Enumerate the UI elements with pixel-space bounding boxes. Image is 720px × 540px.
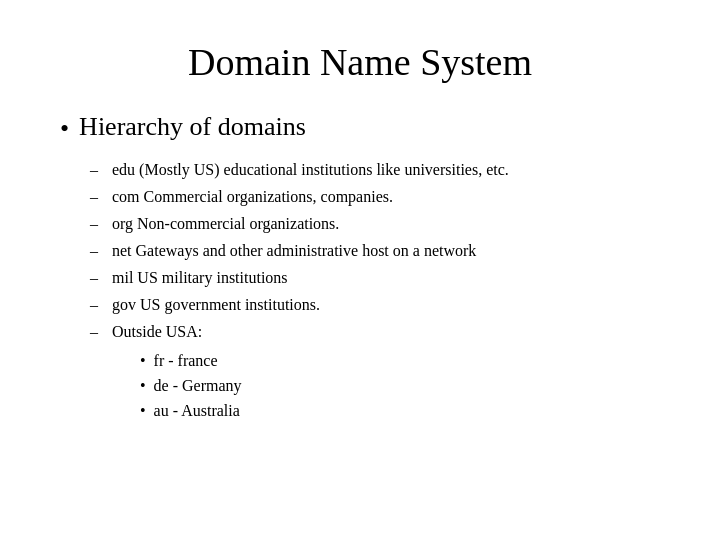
bullet-section: • Hierarchy of domains – edu (Mostly US)…: [60, 112, 660, 423]
sub-item-text: edu (Mostly US) educational institutions…: [112, 158, 509, 182]
bullet-dot: •: [60, 112, 69, 146]
sub-items-list: – edu (Mostly US) educational institutio…: [90, 158, 660, 423]
sub-sub-item-text: au - Australia: [154, 399, 240, 423]
list-item: • fr - france: [140, 349, 660, 373]
dash-icon: –: [90, 158, 102, 182]
sub-item-text: gov US government institutions.: [112, 293, 320, 317]
list-item: – Outside USA:: [90, 320, 660, 344]
main-bullet: • Hierarchy of domains: [60, 112, 660, 146]
dash-icon: –: [90, 212, 102, 236]
list-item: – org Non-commercial organizations.: [90, 212, 660, 236]
sub-item-text: com Commercial organizations, companies.: [112, 185, 393, 209]
sub-item-text: org Non-commercial organizations.: [112, 212, 339, 236]
dash-icon: –: [90, 239, 102, 263]
dash-icon: –: [90, 293, 102, 317]
bullet-small-icon: •: [140, 399, 146, 423]
sub-sub-item-text: de - Germany: [154, 374, 242, 398]
dash-icon: –: [90, 320, 102, 344]
list-item: – net Gateways and other administrative …: [90, 239, 660, 263]
list-item: • de - Germany: [140, 374, 660, 398]
list-item: – gov US government institutions.: [90, 293, 660, 317]
sub-item-text: mil US military institutions: [112, 266, 288, 290]
sub-item-text: Outside USA:: [112, 320, 202, 344]
sub-sub-item-text: fr - france: [154, 349, 218, 373]
list-item: – mil US military institutions: [90, 266, 660, 290]
slide-title: Domain Name System: [60, 40, 660, 84]
dash-icon: –: [90, 185, 102, 209]
list-item: – com Commercial organizations, companie…: [90, 185, 660, 209]
sub-sub-items-list: • fr - france • de - Germany • au - Aust…: [140, 349, 660, 423]
main-bullet-text: Hierarchy of domains: [79, 112, 306, 142]
bullet-small-icon: •: [140, 374, 146, 398]
list-item: • au - Australia: [140, 399, 660, 423]
slide: Domain Name System • Hierarchy of domain…: [0, 0, 720, 540]
bullet-small-icon: •: [140, 349, 146, 373]
list-item: – edu (Mostly US) educational institutio…: [90, 158, 660, 182]
sub-item-text: net Gateways and other administrative ho…: [112, 239, 476, 263]
dash-icon: –: [90, 266, 102, 290]
